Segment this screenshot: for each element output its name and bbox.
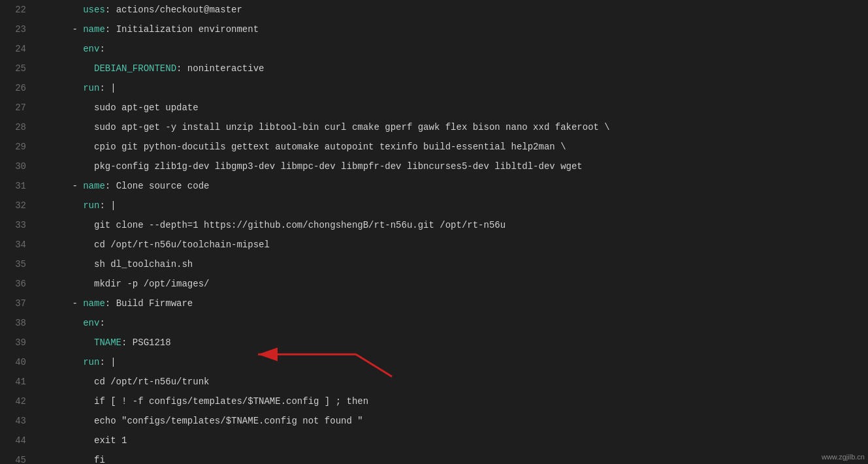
code-line: 45 fi: [0, 450, 868, 464]
code-token: : noninteractive: [176, 63, 264, 74]
line-number: 40: [0, 352, 39, 372]
code-token: cd /opt/rt-n56u/toolchain-mipsel: [39, 240, 270, 250]
line-content: TNAME: PSG1218: [39, 333, 868, 352]
code-token: : Initialization environment: [105, 24, 259, 35]
line-content: if [ ! -f configs/templates/$TNAME.confi…: [39, 392, 868, 411]
code-token: [39, 337, 94, 348]
line-content: sudo apt-get update: [39, 98, 868, 117]
line-content: env:: [39, 313, 868, 333]
line-number: 35: [0, 255, 39, 274]
code-token: mkdir -p /opt/images/: [39, 279, 209, 289]
code-token: [39, 44, 83, 54]
line-content: - name: Build Firmware: [39, 294, 868, 313]
line-content: - name: Clone source code: [39, 176, 868, 196]
code-token: TNAME: [94, 337, 121, 348]
code-token: : |: [99, 200, 116, 211]
line-content: run: |: [39, 352, 868, 372]
line-number: 39: [0, 333, 39, 352]
code-line: 31 - name: Clone source code: [0, 176, 868, 196]
code-token: : PSG1218: [121, 337, 171, 348]
watermark: www.zgjilb.cn: [822, 453, 865, 461]
code-line: 44 exit 1: [0, 431, 868, 450]
line-number: 37: [0, 294, 39, 313]
line-number: 33: [0, 215, 39, 235]
code-token: [39, 200, 83, 211]
line-number: 28: [0, 117, 39, 137]
line-number: 44: [0, 431, 39, 450]
code-line: 43 echo "configs/templates/$TNAME.config…: [0, 411, 868, 431]
code-token: -: [39, 181, 83, 191]
code-token: if [ ! -f configs/templates/$TNAME.confi…: [39, 396, 368, 407]
code-token: exit 1: [39, 435, 127, 446]
code-token: [39, 83, 83, 93]
line-content: pkg-config zlib1g-dev libgmp3-dev libmpc…: [39, 157, 868, 176]
line-number: 42: [0, 392, 39, 411]
code-line: 36 mkdir -p /opt/images/: [0, 274, 868, 294]
code-line: 22 uses: actions/checkout@master: [0, 0, 868, 20]
line-number: 29: [0, 137, 39, 157]
line-content: mkdir -p /opt/images/: [39, 274, 868, 294]
line-number: 23: [0, 20, 39, 39]
line-number: 36: [0, 274, 39, 294]
line-number: 43: [0, 411, 39, 431]
code-line: 37 - name: Build Firmware: [0, 294, 868, 313]
lines-wrapper: 22 uses: actions/checkout@master23 - nam…: [0, 0, 868, 464]
code-line: 27 sudo apt-get update: [0, 98, 868, 117]
code-token: : Clone source code: [105, 181, 210, 191]
line-number: 26: [0, 78, 39, 98]
line-content: - name: Initialization environment: [39, 20, 868, 39]
code-token: cd /opt/rt-n56u/trunk: [39, 377, 209, 387]
code-token: fi: [39, 455, 105, 464]
code-token: : |: [99, 83, 116, 93]
code-token: name: [83, 181, 105, 191]
code-token: :: [99, 44, 104, 54]
line-content: run: |: [39, 196, 868, 215]
code-token: sudo apt-get -y install unzip libtool-bi…: [39, 122, 610, 132]
code-token: env: [83, 44, 99, 54]
code-token: uses: [83, 5, 105, 15]
code-line: 28 sudo apt-get -y install unzip libtool…: [0, 117, 868, 137]
code-line: 29 cpio git python-docutils gettext auto…: [0, 137, 868, 157]
code-token: :: [99, 318, 104, 328]
code-token: [39, 5, 83, 15]
code-token: cpio git python-docutils gettext automak…: [39, 142, 566, 152]
code-line: 30 pkg-config zlib1g-dev libgmp3-dev lib…: [0, 157, 868, 176]
line-content: cpio git python-docutils gettext automak…: [39, 137, 868, 157]
line-number: 38: [0, 313, 39, 333]
code-token: [39, 357, 83, 367]
code-token: name: [83, 24, 105, 35]
line-number: 27: [0, 98, 39, 117]
code-line: 34 cd /opt/rt-n56u/toolchain-mipsel: [0, 235, 868, 255]
line-content: env:: [39, 39, 868, 59]
code-container: 22 uses: actions/checkout@master23 - nam…: [0, 0, 868, 464]
line-content: sudo apt-get -y install unzip libtool-bi…: [39, 117, 868, 137]
code-line: 24 env:: [0, 39, 868, 59]
line-number: 24: [0, 39, 39, 59]
code-line: 26 run: |: [0, 78, 868, 98]
line-number: 45: [0, 450, 39, 464]
code-token: DEBIAN_FRONTEND: [94, 63, 176, 74]
line-content: sh dl_toolchain.sh: [39, 255, 868, 274]
code-token: sh dl_toolchain.sh: [39, 259, 193, 270]
line-number: 32: [0, 196, 39, 215]
code-token: -: [39, 298, 83, 309]
code-line: 23 - name: Initialization environment: [0, 20, 868, 39]
code-line: 41 cd /opt/rt-n56u/trunk: [0, 372, 868, 392]
line-number: 25: [0, 59, 39, 78]
code-token: [39, 63, 94, 74]
line-number: 22: [0, 0, 39, 20]
code-token: env: [83, 318, 99, 328]
code-line: 33 git clone --depth=1 https://github.co…: [0, 215, 868, 235]
code-token: name: [83, 298, 105, 309]
code-token: : |: [99, 357, 116, 367]
code-line: 42 if [ ! -f configs/templates/$TNAME.co…: [0, 392, 868, 411]
code-line: 39 TNAME: PSG1218: [0, 333, 868, 352]
code-line: 32 run: |: [0, 196, 868, 215]
line-number: 31: [0, 176, 39, 196]
code-token: run: [83, 83, 99, 93]
line-content: cd /opt/rt-n56u/trunk: [39, 372, 868, 392]
line-content: DEBIAN_FRONTEND: noninteractive: [39, 59, 868, 78]
line-number: 30: [0, 157, 39, 176]
line-content: git clone --depth=1 https://github.com/c…: [39, 215, 868, 235]
code-token: run: [83, 200, 99, 211]
